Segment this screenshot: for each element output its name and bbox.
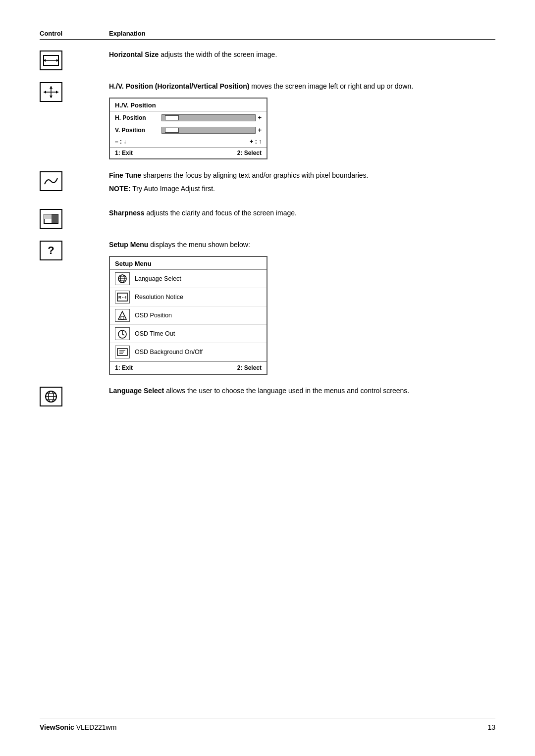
svg-marker-20 bbox=[118, 311, 126, 319]
icon-cell-fine-tune bbox=[40, 170, 109, 191]
icon-cell-hv-position bbox=[40, 81, 109, 102]
row-horizontal-size: Horizontal Size adjusts the width of the… bbox=[40, 50, 495, 70]
setup-menu-icon: ? bbox=[40, 241, 62, 260]
v-position-label: V. Position bbox=[115, 127, 160, 134]
sharpness-icon bbox=[40, 209, 62, 229]
setup-item-osd-time-out: OSD Time Out bbox=[110, 325, 267, 343]
fine-tune-note: NOTE: Try Auto Image Adjust first. bbox=[109, 184, 495, 194]
setup-exit-label: 1: Exit bbox=[115, 364, 133, 371]
svg-rect-21 bbox=[121, 316, 124, 319]
row-language-select: Language Select allows the user to choos… bbox=[40, 386, 495, 406]
hv-diagram-title: H./V. Position bbox=[110, 99, 267, 111]
text-fine-tune: Fine Tune sharpens the focus by aligning… bbox=[109, 170, 495, 197]
text-hv-position: H./V. Position (Horizontal/Vertical Posi… bbox=[109, 81, 495, 159]
svg-text:R↔I: R↔I bbox=[118, 295, 126, 300]
h-position-slider bbox=[161, 114, 256, 121]
hv-exit-label: 1: Exit bbox=[115, 150, 133, 156]
hv-position-diagram: H./V. Position H. Position + V. Position… bbox=[109, 98, 268, 159]
setup-item-osd-position: OSD Position bbox=[110, 306, 267, 325]
svg-marker-7 bbox=[50, 96, 53, 98]
svg-rect-12 bbox=[44, 214, 52, 219]
svg-marker-6 bbox=[50, 86, 53, 89]
footer-brand: ViewSonic bbox=[40, 723, 74, 731]
icon-cell-setup-menu: ? bbox=[40, 240, 109, 260]
text-language-select: Language Select allows the user to choos… bbox=[109, 386, 495, 399]
row-fine-tune: Fine Tune sharpens the focus by aligning… bbox=[40, 170, 495, 197]
language-select-menu-icon bbox=[115, 272, 130, 285]
setup-label-language-select: Language Select bbox=[135, 275, 181, 282]
footer-page-number: 13 bbox=[487, 723, 495, 731]
hv-nav-right: + : ↑ bbox=[250, 138, 262, 145]
h-position-thumb bbox=[165, 115, 179, 120]
text-horizontal-size: Horizontal Size adjusts the width of the… bbox=[109, 50, 495, 63]
sharpness-svg bbox=[43, 212, 59, 226]
v-position-row: V. Position + bbox=[110, 124, 267, 136]
horizontal-size-icon bbox=[40, 50, 62, 70]
page: Control Explanation Horizontal Size adju… bbox=[0, 0, 535, 756]
sharpness-text: Sharpness adjusts the clarity and focus … bbox=[109, 208, 495, 218]
hv-pos-svg bbox=[43, 85, 59, 99]
fine-tune-text: Fine Tune sharpens the focus by aligning… bbox=[109, 170, 495, 181]
osd-position-menu-icon bbox=[115, 309, 130, 322]
text-setup-menu: Setup Menu displays the menu shown below… bbox=[109, 240, 495, 375]
icon-cell-sharpness bbox=[40, 208, 109, 229]
v-position-slider bbox=[161, 127, 256, 134]
setup-select-label: 2: Select bbox=[237, 364, 262, 371]
h-plus-sign: + bbox=[258, 114, 262, 121]
header-control: Control bbox=[40, 30, 109, 37]
svg-rect-11 bbox=[52, 214, 58, 223]
table-header: Control Explanation bbox=[40, 30, 495, 40]
hv-diagram-footer: 1: Exit 2: Select bbox=[110, 147, 267, 158]
setup-label-osd-time-out: OSD Time Out bbox=[135, 330, 175, 337]
osd-time-out-menu-icon bbox=[115, 327, 130, 340]
svg-marker-9 bbox=[56, 91, 58, 94]
v-plus-sign: + bbox=[258, 126, 262, 134]
setup-label-resolution-notice: Resolution Notice bbox=[135, 294, 183, 301]
icon-cell-horizontal-size bbox=[40, 50, 109, 70]
setup-menu-footer: 1: Exit 2: Select bbox=[110, 361, 267, 374]
footer-brand-model: ViewSonic VLED221wm bbox=[40, 723, 116, 731]
globe-svg bbox=[43, 390, 59, 403]
horizontal-size-text: Horizontal Size adjusts the width of the… bbox=[109, 50, 495, 60]
setup-item-resolution-notice: R↔I Resolution Notice bbox=[110, 288, 267, 306]
hv-select-label: 2: Select bbox=[237, 150, 262, 156]
setup-menu-text: Setup Menu displays the menu shown below… bbox=[109, 240, 495, 250]
h-size-svg bbox=[43, 53, 59, 67]
hv-position-text: H./V. Position (Horizontal/Vertical Posi… bbox=[109, 81, 495, 92]
text-sharpness: Sharpness adjusts the clarity and focus … bbox=[109, 208, 495, 221]
setup-menu-diagram: Setup Menu Language Select bbox=[109, 256, 268, 375]
h-position-row: H. Position + bbox=[110, 111, 267, 124]
language-select-icon bbox=[40, 387, 62, 406]
footer-model: VLED221wm bbox=[76, 723, 117, 731]
setup-label-osd-position: OSD Position bbox=[135, 312, 172, 319]
setup-menu-title: Setup Menu bbox=[110, 257, 267, 270]
svg-line-24 bbox=[122, 334, 124, 335]
hv-diagram-nav: – : ↓ + : ↑ bbox=[110, 136, 267, 147]
hv-position-icon bbox=[40, 82, 62, 102]
question-mark-icon: ? bbox=[48, 244, 54, 257]
fine-tune-icon bbox=[40, 171, 62, 191]
hv-nav-left: – : ↓ bbox=[115, 138, 126, 145]
icon-cell-language-select bbox=[40, 386, 109, 406]
setup-label-osd-background: OSD Background On/Off bbox=[135, 349, 203, 355]
header-explanation: Explanation bbox=[109, 30, 146, 37]
svg-marker-8 bbox=[44, 91, 46, 94]
row-sharpness: Sharpness adjusts the clarity and focus … bbox=[40, 208, 495, 229]
row-setup-menu: ? Setup Menu displays the menu shown bel… bbox=[40, 240, 495, 375]
h-position-label: H. Position bbox=[115, 114, 160, 121]
page-footer: ViewSonic VLED221wm 13 bbox=[40, 718, 495, 731]
setup-item-osd-background: OSD Background On/Off bbox=[110, 343, 267, 361]
setup-item-language-select: Language Select bbox=[110, 270, 267, 288]
resolution-notice-menu-icon: R↔I bbox=[115, 291, 130, 303]
v-position-thumb bbox=[165, 128, 179, 133]
osd-background-menu-icon bbox=[115, 346, 130, 358]
language-select-text: Language Select allows the user to choos… bbox=[109, 386, 495, 396]
row-hv-position: H./V. Position (Horizontal/Vertical Posi… bbox=[40, 81, 495, 159]
fine-tune-svg bbox=[43, 174, 59, 188]
